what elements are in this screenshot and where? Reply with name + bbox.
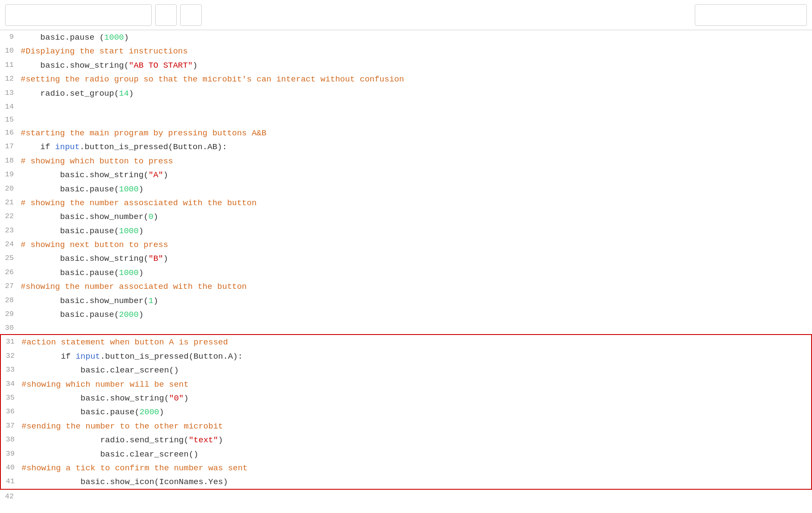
line-number: 23 bbox=[0, 224, 21, 236]
code-line: 16#starting the main program by pressing… bbox=[0, 126, 812, 140]
line-content[interactable]: basic.clear_screen() bbox=[22, 363, 811, 377]
code-line: 18# showing which button to press bbox=[0, 154, 812, 168]
line-content[interactable]: if input.button_is_pressed(Button.AB): bbox=[21, 140, 812, 153]
code-line: 32 if input.button_is_pressed(Button.A): bbox=[1, 349, 811, 363]
code-line: 12#setting the radio group so that the m… bbox=[0, 72, 812, 86]
line-content[interactable]: # showing next button to press bbox=[21, 238, 812, 251]
code-line: 22 basic.show_number(0) bbox=[0, 210, 812, 223]
line-number: 9 bbox=[0, 30, 21, 43]
line-content[interactable] bbox=[21, 100, 812, 101]
code-lines: 9 basic.pause (1000)10#Displaying the st… bbox=[0, 30, 812, 503]
code-line: 23 basic.pause(1000) bbox=[0, 224, 812, 238]
line-number: 34 bbox=[1, 377, 22, 390]
code-line: 19 basic.show_string("A") bbox=[0, 168, 812, 181]
line-number: 35 bbox=[1, 391, 22, 404]
line-content[interactable]: basic.show_string("A") bbox=[21, 168, 812, 181]
line-number: 42 bbox=[0, 490, 21, 502]
line-content[interactable]: #Displaying the start instructions bbox=[21, 44, 812, 58]
device-dropdown[interactable] bbox=[695, 4, 807, 26]
line-content[interactable]: #starting the main program by pressing b… bbox=[21, 126, 812, 140]
code-line: 27#showing the number associated with th… bbox=[0, 279, 812, 293]
line-number: 10 bbox=[0, 44, 21, 56]
code-line: 17 if input.button_is_pressed(Button.AB)… bbox=[0, 140, 812, 153]
line-number: 38 bbox=[1, 433, 22, 445]
code-line: 26 basic.pause(1000) bbox=[0, 266, 812, 279]
download-button[interactable] bbox=[155, 4, 177, 26]
code-line: 36 basic.pause(2000) bbox=[1, 405, 811, 419]
code-line: 20 basic.pause(1000) bbox=[0, 182, 812, 196]
line-number: 20 bbox=[0, 182, 21, 194]
line-content[interactable]: basic.pause (1000) bbox=[21, 30, 812, 44]
code-line: 38 radio.send_string("text") bbox=[1, 433, 811, 447]
code-line: 30 bbox=[0, 321, 812, 334]
line-content[interactable]: basic.show_string("0") bbox=[22, 391, 811, 405]
code-line: 37#sending the number to the other micro… bbox=[1, 419, 811, 433]
code-line: 21# showing the number assosciated with … bbox=[0, 196, 812, 210]
line-content[interactable]: #showing a tick to confirm the number wa… bbox=[22, 461, 811, 475]
line-number: 37 bbox=[1, 419, 22, 432]
line-content[interactable] bbox=[21, 321, 812, 322]
line-content[interactable]: basic.show_number(1) bbox=[21, 294, 812, 307]
line-content[interactable]: if input.button_is_pressed(Button.A): bbox=[22, 349, 811, 363]
toolbar-right bbox=[695, 4, 807, 26]
line-number: 28 bbox=[0, 294, 21, 306]
line-content[interactable]: basic.show_icon(IconNames.Yes) bbox=[22, 475, 811, 488]
line-number: 30 bbox=[0, 321, 21, 334]
line-number: 25 bbox=[0, 251, 21, 264]
line-content[interactable]: basic.pause(1000) bbox=[21, 224, 812, 238]
line-number: 11 bbox=[0, 58, 21, 71]
highlighted-region: 31#action statement when button A is pre… bbox=[0, 334, 812, 489]
line-number: 29 bbox=[0, 307, 21, 320]
code-line: 33 basic.clear_screen() bbox=[1, 363, 811, 377]
code-line: 41 basic.show_icon(IconNames.Yes) bbox=[1, 475, 811, 488]
toolbar bbox=[0, 0, 812, 30]
code-line: 11 basic.show_string("AB TO START") bbox=[0, 58, 812, 72]
code-line: 10#Displaying the start instructions bbox=[0, 44, 812, 58]
line-content[interactable]: radio.send_string("text") bbox=[22, 433, 811, 447]
code-line: 34#showing which number will be sent bbox=[1, 377, 811, 391]
line-content[interactable]: basic.show_string("B") bbox=[21, 251, 812, 265]
line-number: 18 bbox=[0, 154, 21, 166]
code-line: 13 radio.set_group(14) bbox=[0, 86, 812, 100]
line-content[interactable]: # showing which button to press bbox=[21, 154, 812, 168]
line-number: 26 bbox=[0, 266, 21, 278]
line-content[interactable]: # showing the number assosciated with th… bbox=[21, 196, 812, 210]
code-line: 40#showing a tick to confirm the number … bbox=[1, 461, 811, 475]
line-content[interactable]: basic.show_string("AB TO START") bbox=[21, 58, 812, 72]
line-number: 27 bbox=[0, 279, 21, 292]
line-content[interactable]: basic.pause(2000) bbox=[22, 405, 811, 419]
text-dropdown[interactable] bbox=[5, 4, 152, 26]
line-content[interactable]: #sending the number to the other microbi… bbox=[22, 419, 811, 433]
code-line: 35 basic.show_string("0") bbox=[1, 391, 811, 405]
line-content[interactable]: #setting the radio group so that the mic… bbox=[21, 72, 812, 86]
code-line: 29 basic.pause(2000) bbox=[0, 307, 812, 321]
code-line: 24# showing next button to press bbox=[0, 238, 812, 251]
line-content[interactable]: #showing the number associated with the … bbox=[21, 279, 812, 293]
line-number: 24 bbox=[0, 238, 21, 250]
line-number: 41 bbox=[1, 475, 22, 487]
help-button[interactable] bbox=[180, 4, 202, 26]
line-content[interactable]: #showing which number will be sent bbox=[22, 377, 811, 391]
line-content[interactable] bbox=[21, 490, 812, 491]
line-content[interactable]: radio.set_group(14) bbox=[21, 86, 812, 100]
line-content[interactable]: basic.clear_screen() bbox=[22, 447, 811, 461]
code-line: 9 basic.pause (1000) bbox=[0, 30, 812, 44]
code-editor[interactable]: 9 basic.pause (1000)10#Displaying the st… bbox=[0, 30, 812, 503]
code-line: 15 bbox=[0, 113, 812, 126]
code-line: 39 basic.clear_screen() bbox=[1, 447, 811, 461]
toolbar-left bbox=[5, 4, 691, 26]
line-number: 40 bbox=[1, 461, 22, 473]
code-line: 31#action statement when button A is pre… bbox=[1, 335, 811, 349]
line-content[interactable]: basic.pause(1000) bbox=[21, 182, 812, 196]
line-content[interactable] bbox=[21, 113, 812, 114]
line-number: 21 bbox=[0, 196, 21, 208]
line-content[interactable]: #action statement when button A is press… bbox=[22, 335, 811, 349]
line-content[interactable]: basic.show_number(0) bbox=[21, 210, 812, 223]
line-content[interactable]: basic.pause(2000) bbox=[21, 307, 812, 321]
line-number: 39 bbox=[1, 447, 22, 460]
code-line: 28 basic.show_number(1) bbox=[0, 294, 812, 307]
line-number: 33 bbox=[1, 363, 22, 375]
line-content[interactable]: basic.pause(1000) bbox=[21, 266, 812, 279]
code-line: 25 basic.show_string("B") bbox=[0, 251, 812, 265]
line-number: 22 bbox=[0, 210, 21, 222]
